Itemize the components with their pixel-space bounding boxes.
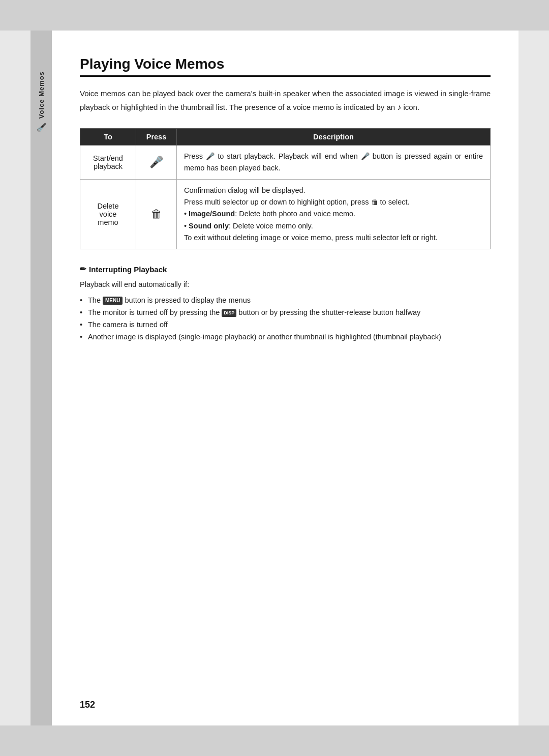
table-cell-press-delete: 🗑 (136, 180, 177, 249)
image-sound-label: Image/Sound (189, 210, 235, 218)
interrupting-intro: Playback will end automatically if: (80, 279, 491, 290)
disp-button-icon: DISP (222, 309, 236, 317)
list-item: The MENU button is pressed to display th… (80, 295, 491, 307)
list-item: Another image is displayed (single-image… (80, 331, 491, 343)
table-header-row: To Press Description (80, 128, 491, 145)
intro-text-main: Voice memos can be played back over the … (80, 89, 491, 111)
table-cell-to-delete: Deletevoicememo (80, 180, 136, 249)
sidebar-tab-label: 🎤 Voice Memos (37, 71, 46, 132)
intro-text-suffix: icon. (403, 103, 419, 111)
table-row: Deletevoicememo 🗑 Confirmation dialog wi… (80, 180, 491, 249)
table-cell-desc-delete: Confirmation dialog will be displayed. P… (177, 180, 491, 249)
interrupting-title: ✏ Interrupting Playback (80, 265, 491, 274)
list-item: The monitor is turned off by pressing th… (80, 307, 491, 319)
top-band (0, 0, 549, 31)
bottom-band (0, 725, 549, 756)
interrupting-title-text: Interrupting Playback (89, 265, 167, 274)
interrupting-section: ✏ Interrupting Playback Playback will en… (80, 265, 491, 343)
playback-button-icon: 🎤 (149, 157, 163, 168)
sidebar-tab: 🎤 Voice Memos (30, 31, 52, 725)
table-cell-press-start: 🎤 (136, 145, 177, 179)
page-title: Playing Voice Memos (80, 56, 491, 77)
reference-table: To Press Description Start/endplayback 🎤… (80, 128, 491, 249)
press-mic-icon-2: 🎤 (361, 153, 370, 160)
table-header-description: Description (177, 128, 491, 145)
microphone-icon: 🎤 (37, 122, 46, 132)
music-note-icon: ♪ (397, 103, 401, 111)
table-header-to: To (80, 128, 136, 145)
delete-button-icon: 🗑 (151, 208, 162, 221)
intro-paragraph: Voice memos can be played back over the … (80, 87, 491, 114)
pencil-icon: ✏ (80, 265, 86, 274)
table-row: Start/endplayback 🎤 Press 🎤 to start pla… (80, 145, 491, 179)
table-cell-desc-start: Press 🎤 to start playback. Playback will… (177, 145, 491, 179)
page-number: 152 (80, 700, 95, 710)
delete-icon-inline: 🗑 (371, 196, 378, 208)
sound-only-label: Sound only (189, 222, 229, 230)
table-header-press: Press (136, 128, 177, 145)
main-content: Playing Voice Memos Voice memos can be p… (52, 31, 518, 725)
sidebar-label: Voice Memos (38, 71, 45, 119)
list-item: The camera is turned off (80, 319, 491, 331)
bullet-list: The MENU button is pressed to display th… (80, 295, 491, 343)
menu-button-icon: MENU (103, 297, 123, 305)
press-mic-icon: 🎤 (206, 153, 215, 160)
table-cell-to-start: Start/endplayback (80, 145, 136, 179)
